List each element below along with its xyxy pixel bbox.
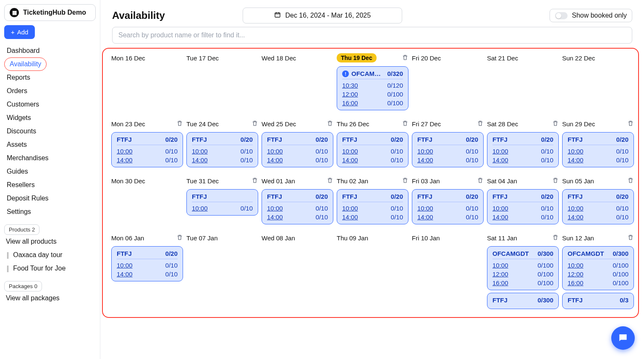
availability-card[interactable]: FTFJ0/2010:000/1014:000/10 xyxy=(562,132,634,167)
availability-card[interactable]: FTFJ0/2010:000/1014:000/10 xyxy=(487,132,559,167)
delete-day-icon[interactable] xyxy=(477,177,484,185)
slot-time-link[interactable]: 10:00 xyxy=(342,205,358,212)
slot-time-link[interactable]: 12:00 xyxy=(342,91,358,98)
sidebar-item-discounts[interactable]: Discounts xyxy=(4,125,96,138)
delete-day-icon[interactable] xyxy=(402,54,408,62)
drag-handle-icon[interactable]: ║ xyxy=(6,252,10,258)
availability-card[interactable]: OFCAMGDT0/30010:000/10012:000/10016:000/… xyxy=(487,246,559,290)
product-link[interactable]: View all products xyxy=(4,235,96,248)
add-button[interactable]: + Add xyxy=(4,25,35,39)
slot-time-link[interactable]: 16:00 xyxy=(492,279,508,286)
availability-card[interactable]: !OFCAMGDT0/32010:300/12012:000/10016:000… xyxy=(337,66,408,110)
slot-time-link[interactable]: 14:00 xyxy=(568,213,584,221)
slot-time-link[interactable]: 10:00 xyxy=(492,148,508,155)
availability-card[interactable]: FTFJ0/2010:000/1014:000/10 xyxy=(186,132,258,167)
delete-day-icon[interactable] xyxy=(552,234,559,242)
search-input[interactable] xyxy=(112,27,632,44)
delete-day-icon[interactable] xyxy=(251,177,258,185)
slot-time-link[interactable]: 14:00 xyxy=(492,213,508,221)
sidebar-item-settings[interactable]: Settings xyxy=(4,205,96,219)
availability-card[interactable]: FTFJ0/2010:000/1014:000/10 xyxy=(337,189,408,224)
brand-selector[interactable]: ▦ TicketingHub Demo xyxy=(4,4,96,21)
slot-time-link[interactable]: 12:00 xyxy=(492,271,508,278)
slot-time-link[interactable]: 10:00 xyxy=(267,148,283,155)
slot-time-link[interactable]: 10:00 xyxy=(192,148,208,155)
sidebar-item-deposit-rules[interactable]: Deposit Rules xyxy=(4,192,96,205)
sidebar-item-resellers[interactable]: Resellers xyxy=(4,178,96,192)
sidebar-item-merchandises[interactable]: Merchandises xyxy=(4,151,96,165)
slot-time-link[interactable]: 16:00 xyxy=(342,99,358,107)
delete-day-icon[interactable] xyxy=(176,120,183,128)
products-chip[interactable]: Products 2 xyxy=(4,224,39,235)
availability-card[interactable]: FTFJ10:000/10 xyxy=(186,189,258,216)
slot-time-link[interactable]: 10:00 xyxy=(492,262,508,269)
show-booked-only-toggle[interactable]: Show booked only xyxy=(550,9,632,22)
delete-day-icon[interactable] xyxy=(402,177,408,185)
slot-time-link[interactable]: 14:00 xyxy=(267,156,283,164)
delete-day-icon[interactable] xyxy=(627,234,634,242)
availability-card[interactable]: FTFJ0/2010:000/1014:000/10 xyxy=(412,189,484,224)
slot-time-link[interactable]: 10:00 xyxy=(117,262,133,269)
sidebar-item-widgets[interactable]: Widgets xyxy=(4,111,96,125)
slot-time-link[interactable]: 10:00 xyxy=(568,205,584,212)
slot-time-link[interactable]: 10:00 xyxy=(267,205,283,212)
availability-card[interactable]: FTFJ0/2010:000/1014:000/10 xyxy=(487,189,559,224)
delete-day-icon[interactable] xyxy=(176,234,183,242)
slot-time-link[interactable]: 10:00 xyxy=(417,205,433,212)
slot-time-link[interactable]: 10:00 xyxy=(192,205,208,212)
delete-day-icon[interactable] xyxy=(627,177,634,185)
slot-time-link[interactable]: 14:00 xyxy=(342,156,358,164)
product-link[interactable]: ║Oaxaca day tour xyxy=(4,248,96,262)
chat-launcher[interactable] xyxy=(611,326,635,350)
availability-card[interactable]: FTFJ0/2010:000/1014:000/10 xyxy=(111,132,183,167)
slot-time-link[interactable]: 14:00 xyxy=(267,213,283,221)
card-total: 0/300 xyxy=(537,297,553,304)
slot-time-link[interactable]: 10:00 xyxy=(117,148,133,155)
availability-card[interactable]: FTFJ0/300 xyxy=(487,293,559,309)
slot-time-link[interactable]: 12:00 xyxy=(568,271,584,278)
availability-card[interactable]: FTFJ0/2010:000/1014:000/10 xyxy=(111,246,183,281)
delete-day-icon[interactable] xyxy=(477,120,484,128)
slot-time-link[interactable]: 14:00 xyxy=(568,156,584,164)
drag-handle-icon[interactable]: ║ xyxy=(6,265,10,272)
sidebar-item-availability[interactable]: Availability xyxy=(4,57,47,71)
slot-time-link[interactable]: 10:30 xyxy=(342,82,358,89)
slot-time-link[interactable]: 10:00 xyxy=(568,262,584,269)
slot-time-link[interactable]: 14:00 xyxy=(342,213,358,221)
slot-time-link[interactable]: 16:00 xyxy=(568,279,584,286)
sidebar-item-orders[interactable]: Orders xyxy=(4,84,96,98)
slot-time-link[interactable]: 14:00 xyxy=(492,156,508,164)
slot-time-link[interactable]: 10:00 xyxy=(568,148,584,155)
availability-card[interactable]: FTFJ0/2010:000/1014:000/10 xyxy=(262,189,333,224)
availability-card[interactable]: OFCAMGDT0/30010:000/10012:000/10016:000/… xyxy=(562,246,634,290)
delete-day-icon[interactable] xyxy=(552,177,559,185)
delete-day-icon[interactable] xyxy=(251,120,258,128)
slot-time-link[interactable]: 10:00 xyxy=(342,148,358,155)
slot-time-link[interactable]: 14:00 xyxy=(417,156,433,164)
sidebar-item-reports[interactable]: Reports xyxy=(4,71,96,84)
delete-day-icon[interactable] xyxy=(402,120,408,128)
slot-time-link[interactable]: 14:00 xyxy=(117,271,133,278)
sidebar-item-guides[interactable]: Guides xyxy=(4,165,96,178)
product-link[interactable]: ║Food Tour for Joe xyxy=(4,262,96,275)
slot-time-link[interactable]: 14:00 xyxy=(192,156,208,164)
availability-card[interactable]: FTFJ0/2010:000/1014:000/10 xyxy=(412,132,484,167)
availability-card[interactable]: FTFJ0/3 xyxy=(562,293,634,309)
availability-card[interactable]: FTFJ0/2010:000/1014:000/10 xyxy=(337,132,408,167)
slot-time-link[interactable]: 10:00 xyxy=(417,148,433,155)
delete-day-icon[interactable] xyxy=(552,120,559,128)
packages-chip[interactable]: Packages 0 xyxy=(4,281,42,291)
delete-day-icon[interactable] xyxy=(327,120,333,128)
availability-card[interactable]: FTFJ0/2010:000/1014:000/10 xyxy=(562,189,634,224)
delete-day-icon[interactable] xyxy=(627,120,634,128)
availability-card[interactable]: FTFJ0/2010:000/1014:000/10 xyxy=(262,132,333,167)
slot-time-link[interactable]: 14:00 xyxy=(417,213,433,221)
sidebar-item-customers[interactable]: Customers xyxy=(4,98,96,111)
slot-time-link[interactable]: 10:00 xyxy=(492,205,508,212)
delete-day-icon[interactable] xyxy=(327,177,333,185)
slot-time-link[interactable]: 14:00 xyxy=(117,156,133,164)
package-link[interactable]: View all packages xyxy=(4,291,96,305)
sidebar-item-assets[interactable]: Assets xyxy=(4,138,96,151)
date-range-picker[interactable]: Dec 16, 2024 - Mar 16, 2025 xyxy=(243,8,402,23)
sidebar-item-dashboard[interactable]: Dashboard xyxy=(4,44,96,57)
